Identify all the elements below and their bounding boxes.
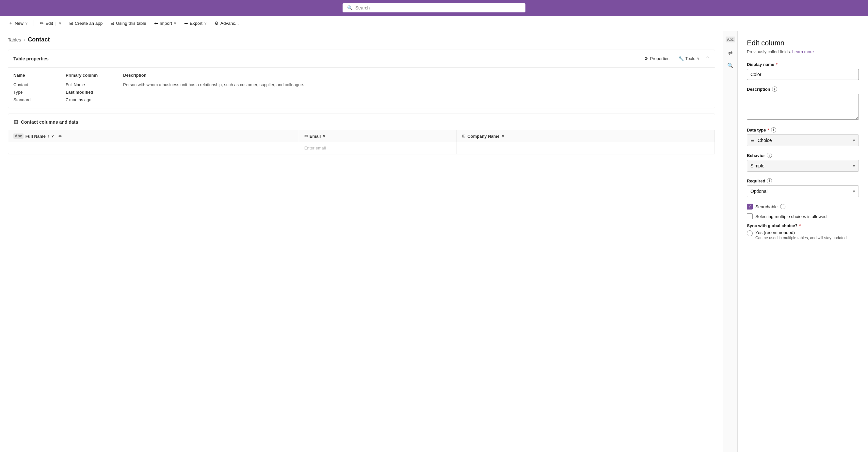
settings-icon: ⚙ xyxy=(215,21,219,26)
learn-more-link[interactable]: Learn more xyxy=(792,49,814,54)
name-value: Contact xyxy=(13,82,66,88)
vtab-relationships[interactable]: ⇄ xyxy=(725,47,736,58)
abc-icon: Abc xyxy=(13,133,24,139)
card-header: Table properties ⚙ Properties 🔧 Tools ∨ … xyxy=(8,50,715,68)
required-group: Required i Optional Business Required Sy… xyxy=(747,178,859,197)
left-main: Tables › Contact Table properties ⚙ Prop… xyxy=(0,31,723,452)
grid-icon: ⊞ xyxy=(462,134,465,138)
data-type-select-wrapper: ☰ Choice ∨ xyxy=(747,134,859,146)
section-header: ⊞ Contact columns and data xyxy=(8,114,715,130)
search-icon: 🔍 xyxy=(727,63,734,68)
sync-global-label: Sync with global choice? * xyxy=(747,223,859,228)
chevron-down-icon[interactable]: ∨ xyxy=(51,134,54,138)
radio-yes-sublabel: Can be used in multiple tables, and will… xyxy=(755,236,847,240)
close-hint: ⌃ xyxy=(705,56,710,62)
description-group: Description i xyxy=(747,87,859,121)
searchable-label: Searchable xyxy=(755,204,778,209)
behavior-select[interactable]: Simple xyxy=(747,160,859,171)
advanced-button[interactable]: ⚙ Advanc... xyxy=(211,19,242,28)
chevron-icon: ∨ xyxy=(59,21,61,26)
data-type-select[interactable]: Choice xyxy=(747,135,859,146)
sort-asc-icon: ↑ xyxy=(48,134,50,138)
col-email: ✉ Email ∨ xyxy=(299,130,457,142)
vtab-columns[interactable]: Abc xyxy=(725,34,736,45)
tools-icon: 🔧 xyxy=(679,56,684,61)
required-select[interactable]: Optional Business Required System Requir… xyxy=(747,186,859,197)
top-bar: 🔍 xyxy=(0,0,868,16)
table-header-row: Abc Full Name ↑ ∨ ✏ ✉ Email xyxy=(8,130,715,142)
email-icon: ✉ xyxy=(304,134,308,138)
export-icon: ➡ xyxy=(184,21,188,26)
col-header-desc: Description xyxy=(118,73,710,80)
properties-button[interactable]: ⚙ Properties xyxy=(641,55,672,63)
props-grid: Name Primary column Description Contact … xyxy=(8,68,715,108)
multiple-choices-label: Selecting multiple choices is allowed xyxy=(755,214,827,219)
properties-icon: ⚙ xyxy=(644,56,648,61)
info-icon: i xyxy=(771,127,776,132)
search-icon: 🔍 xyxy=(347,5,353,10)
abc-icon: Abc xyxy=(725,37,735,42)
required-select-wrapper: Optional Business Required System Requir… xyxy=(747,185,859,197)
columns-card: ⊞ Contact columns and data Abc Full Name… xyxy=(8,114,715,154)
card-actions: ⚙ Properties 🔧 Tools ∨ ⌃ xyxy=(641,55,710,63)
required-star: * xyxy=(799,223,801,228)
chevron-down-icon[interactable]: ∨ xyxy=(323,134,325,138)
table-row: Enter email xyxy=(8,142,715,154)
searchable-info-icon: i xyxy=(780,204,785,209)
info-icon: i xyxy=(767,153,772,158)
cell-email: Enter email xyxy=(299,142,457,154)
share-icon: ⇄ xyxy=(728,50,733,56)
breadcrumb: Tables › Contact xyxy=(8,36,715,43)
tools-button[interactable]: 🔧 Tools ∨ xyxy=(675,55,703,63)
edit-col-icon[interactable]: ✏ xyxy=(58,134,62,139)
chevron-down-icon[interactable]: ∨ xyxy=(502,134,504,138)
chevron-icon: ∨ xyxy=(697,57,700,61)
cell-full-name xyxy=(8,142,299,154)
search-input[interactable] xyxy=(355,5,521,10)
new-button[interactable]: ＋ New ∨ xyxy=(5,18,31,28)
col-full-name: Abc Full Name ↑ ∨ ✏ xyxy=(8,130,299,142)
table-properties-card: Table properties ⚙ Properties 🔧 Tools ∨ … xyxy=(8,50,715,108)
searchable-checkbox[interactable] xyxy=(747,204,753,209)
data-type-label: Data type * i xyxy=(747,127,859,132)
toolbar-separator xyxy=(34,20,34,26)
info-icon: i xyxy=(767,178,772,184)
col-company-name: ⊞ Company Name ∨ xyxy=(457,130,715,142)
info-icon: i xyxy=(772,87,777,92)
required-label: Required i xyxy=(747,178,859,184)
radio-yes: Yes (recommended) Can be used in multipl… xyxy=(747,230,859,240)
radio-yes-button[interactable] xyxy=(747,230,753,236)
edit-column-subtitle: Previously called fields. Learn more xyxy=(747,49,859,54)
right-panel: Edit column Previously called fields. Le… xyxy=(737,31,868,452)
breadcrumb-contact: Contact xyxy=(28,36,50,43)
vertical-tabs: Abc ⇄ 🔍 xyxy=(723,31,737,452)
behavior-group: Behavior i Simple ∨ xyxy=(747,153,859,172)
vtab-views[interactable]: 🔍 xyxy=(725,60,736,71)
import-button[interactable]: ⬅ Import ∨ xyxy=(151,19,180,28)
display-name-input[interactable] xyxy=(747,69,859,80)
data-type-group: Data type * i ☰ Choice ∨ xyxy=(747,127,859,146)
table-icon: ⊞ xyxy=(13,119,18,126)
main-area: Tables › Contact Table properties ⚙ Prop… xyxy=(0,31,868,452)
sync-radio-group: Yes (recommended) Can be used in multipl… xyxy=(747,230,859,240)
edit-button[interactable]: ✏ Edit | ∨ xyxy=(37,19,65,28)
export-button[interactable]: ➡ Export ∨ xyxy=(181,19,210,28)
primary-col-value: Full Name xyxy=(66,82,118,88)
description-input[interactable] xyxy=(747,94,859,120)
cell-company xyxy=(457,142,715,154)
edit-column-title: Edit column xyxy=(747,39,859,47)
using-table-button[interactable]: ⊟ Using this table xyxy=(107,19,149,28)
create-app-button[interactable]: ⊞ Create an app xyxy=(66,19,106,28)
card-title: Table properties xyxy=(13,56,49,61)
breadcrumb-tables[interactable]: Tables xyxy=(8,37,21,42)
chevron-icon: ∨ xyxy=(204,21,207,26)
required-star: * xyxy=(768,128,769,132)
pencil-icon: ✏ xyxy=(40,21,44,26)
required-star: * xyxy=(776,62,778,67)
multiple-choices-checkbox[interactable] xyxy=(747,214,753,219)
type-value: Standard xyxy=(13,97,66,103)
toolbar: ＋ New ∨ ✏ Edit | ∨ ⊞ Create an app ⊟ Usi… xyxy=(0,16,868,31)
breadcrumb-separator: › xyxy=(24,37,25,42)
display-name-label: Display name * xyxy=(747,62,859,67)
plus-icon: ＋ xyxy=(8,20,13,26)
